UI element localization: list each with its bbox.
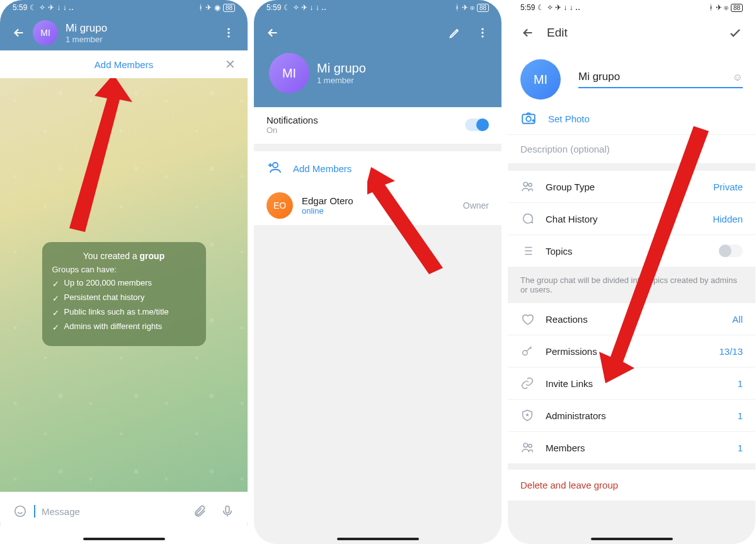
check-icon: ✓ (52, 323, 59, 332)
welcome-bubble: You created a group Groups can have: ✓Up… (42, 242, 206, 346)
members-value: 1 (738, 443, 743, 453)
close-strip-button[interactable]: ✕ (222, 57, 238, 72)
svg-point-13 (524, 182, 527, 186)
back-button[interactable] (5, 19, 33, 47)
group-avatar[interactable]: MI (520, 59, 561, 100)
notifications-row[interactable]: Notifications On (254, 107, 501, 144)
edit-button[interactable] (441, 19, 469, 47)
bubble-item: Up to 200,000 members (64, 278, 152, 287)
svg-point-1 (227, 32, 229, 33)
bubble-item: Persistent chat history (64, 292, 145, 302)
group-title: Mi grupo (66, 22, 215, 35)
add-members-label: Add Members (293, 163, 352, 174)
reactions-value: All (732, 314, 743, 325)
chat-history-row[interactable]: Chat History Hidden (508, 203, 755, 235)
delete-group-button[interactable]: Delete and leave group (508, 470, 755, 501)
message-input-bar: Message (0, 492, 248, 530)
set-photo-label: Set Photo (548, 113, 590, 124)
message-input[interactable]: Message (38, 502, 186, 521)
add-members-button[interactable]: Add Members (25, 59, 222, 70)
administrators-label: Administrators (546, 410, 738, 421)
battery-icon: 88 (477, 4, 489, 12)
emoji-icon[interactable]: ☺ (733, 72, 743, 83)
group-type-row[interactable]: Group Type Private (508, 171, 755, 203)
more-button[interactable] (215, 19, 243, 47)
back-button[interactable] (259, 19, 287, 47)
wifi-icon: ◉ (214, 3, 220, 12)
link-icon (520, 376, 546, 390)
back-button[interactable] (514, 19, 542, 47)
topics-row[interactable]: Topics (508, 235, 755, 267)
bubble-subtitle: Groups can have: (52, 265, 196, 274)
bubble-item: Public links such as t.me/title (64, 307, 169, 316)
group-avatar[interactable]: MI (33, 20, 58, 45)
battery-icon: 88 (731, 4, 743, 12)
group-type-label: Group Type (546, 182, 713, 192)
members-icon (520, 441, 546, 454)
add-members-row[interactable]: Add Members (254, 151, 501, 186)
description-input[interactable]: Description (optional) (508, 135, 755, 163)
airplane-icon: ✈ (205, 3, 212, 12)
svg-point-14 (529, 183, 532, 187)
invite-links-row[interactable]: Invite Links 1 (508, 367, 755, 400)
bluetooth-icon: ᚼ (198, 3, 203, 12)
confirm-button[interactable] (721, 19, 749, 47)
status-time: 5:59 (13, 3, 27, 12)
group-avatar[interactable]: MI (269, 53, 309, 93)
telegram-icon: ✈ (48, 3, 54, 12)
group-name-input[interactable]: Mi grupo ☺ (578, 71, 743, 88)
invite-links-label: Invite Links (546, 378, 738, 389)
profile-info: MI Mi grupo 1 member (254, 50, 501, 107)
edit-header: Edit (508, 15, 755, 50)
member-row[interactable]: EO Edgar Otero online Owner (254, 186, 501, 225)
bubble-item: Admins with different rights (64, 321, 163, 331)
battery-icon: 88 (223, 4, 235, 12)
topics-toggle[interactable] (719, 245, 743, 257)
header-title-block[interactable]: Mi grupo 1 member (66, 22, 215, 44)
topics-label: Topics (546, 246, 719, 257)
shield-icon (520, 408, 546, 422)
members-row[interactable]: Members 1 (508, 432, 755, 463)
heart-icon (520, 312, 546, 326)
more-button[interactable] (469, 19, 496, 47)
group-subtitle: 1 member (317, 76, 366, 85)
camera-icon (520, 110, 537, 128)
add-user-icon (266, 160, 282, 177)
group-type-value: Private (713, 182, 743, 192)
emoji-button[interactable] (6, 497, 34, 525)
name-row: MI Mi grupo ☺ (508, 50, 755, 103)
set-photo-row[interactable]: Set Photo (508, 103, 755, 134)
group-name-value: Mi grupo (578, 71, 620, 83)
check-icon: ✓ (52, 279, 59, 289)
notifications-label: Notifications (266, 115, 465, 125)
chat-header: 5:59 ☾ ✧ ✈ ↓ ↓ ‥ ᚼ ✈ ◉ 88 MI Mi grupo 1 … (0, 0, 248, 50)
invite-links-value: 1 (738, 378, 743, 389)
reactions-row[interactable]: Reactions All (508, 303, 755, 335)
attach-button[interactable] (186, 497, 214, 525)
check-icon: ✓ (52, 294, 59, 303)
administrators-value: 1 (738, 410, 743, 421)
permissions-row[interactable]: Permissions 13/13 (508, 335, 755, 367)
members-label: Members (546, 443, 738, 453)
bubble-title-bold: group (140, 251, 165, 261)
status-time: 5:59 (520, 3, 535, 12)
group-title: Mi grupo (317, 61, 366, 76)
screen-profile: 5:59 ☾ ✧ ✈ ↓ ↓ ‥ ᚼ ✈ ◉ 88 MI Mi grupo (254, 0, 501, 544)
reactions-label: Reactions (546, 314, 732, 325)
profile-header: 5:59 ☾ ✧ ✈ ↓ ↓ ‥ ᚼ ✈ ◉ 88 MI Mi grupo (254, 0, 501, 107)
notifications-toggle[interactable] (465, 119, 489, 131)
svg-rect-5 (226, 506, 229, 513)
permissions-value: 13/13 (719, 346, 743, 357)
moon-icon: ☾ (30, 3, 37, 12)
svg-rect-11 (522, 115, 535, 124)
administrators-row[interactable]: Administrators 1 (508, 400, 755, 432)
svg-point-9 (273, 163, 278, 168)
voice-button[interactable] (214, 497, 241, 525)
home-indicator (337, 538, 419, 540)
topics-hint: The group chat will be divided into topi… (508, 267, 755, 303)
svg-point-17 (529, 444, 532, 448)
svg-point-7 (481, 32, 483, 33)
status-time: 5:59 (266, 3, 281, 12)
vibrate-icon: ✧ (39, 3, 45, 12)
chat-background: You created a group Groups can have: ✓Up… (0, 78, 248, 526)
